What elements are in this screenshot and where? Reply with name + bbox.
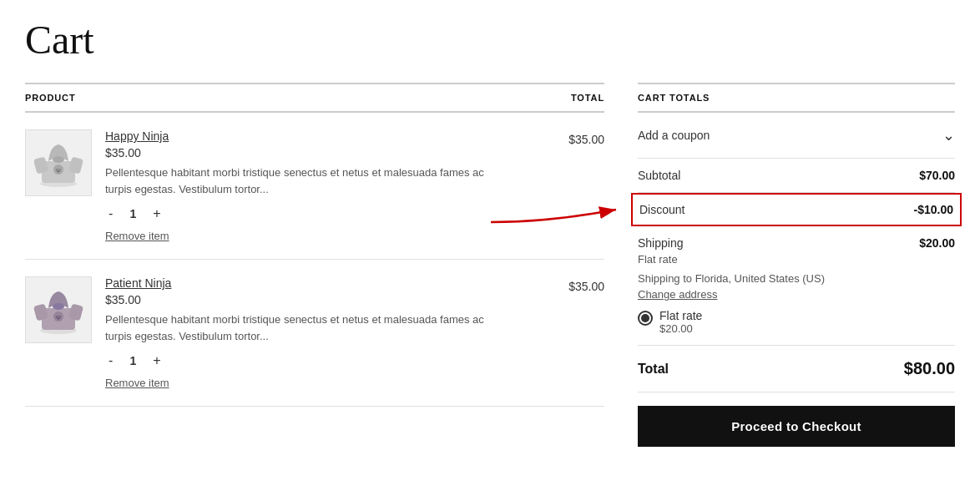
quantity-control: - 1 +	[105, 354, 508, 367]
item-name-link[interactable]: Patient Ninja	[105, 276, 171, 290]
svg-rect-3	[68, 156, 83, 174]
cart-layout: PRODUCT TOTAL	[25, 83, 955, 447]
item-price: $35.00	[105, 293, 508, 306]
change-address-link[interactable]: Change address	[638, 288, 955, 301]
subtotal-row: Subtotal $70.00	[638, 159, 955, 193]
chevron-down-icon: ⌄	[942, 126, 955, 144]
quantity-increase-button[interactable]: +	[149, 354, 164, 367]
discount-label: Discount	[639, 203, 684, 216]
flat-rate-price: $20.00	[659, 322, 702, 335]
coupon-row[interactable]: Add a coupon ⌄	[638, 113, 955, 159]
coupon-label: Add a coupon	[638, 129, 710, 142]
radio-selected-indicator	[641, 314, 649, 322]
item-image: Ψ	[25, 129, 92, 196]
flat-rate-details: Flat rate $20.00	[659, 309, 702, 335]
shipping-to-text: Shipping to Florida, United States (US)	[638, 272, 955, 285]
subtotal-value: $70.00	[919, 169, 955, 182]
flat-rate-label: Flat rate	[638, 253, 955, 266]
cart-table-header: PRODUCT TOTAL	[25, 83, 604, 113]
quantity-decrease-button[interactable]: -	[105, 354, 116, 367]
checkout-button[interactable]: Proceed to Checkout	[638, 406, 955, 447]
quantity-decrease-button[interactable]: -	[105, 207, 116, 220]
remove-item-link[interactable]: Remove item	[105, 377, 169, 389]
hoodie-illustration-2: Ψ	[33, 285, 83, 335]
page-title: Cart	[25, 17, 955, 63]
item-total: $35.00	[521, 276, 604, 293]
remove-item-link[interactable]: Remove item	[105, 230, 169, 242]
svg-rect-10	[68, 303, 83, 321]
cart-totals-panel: CART TOTALS Add a coupon ⌄ Subtotal $70.…	[638, 83, 955, 447]
shipping-label-row: Shipping $20.00	[638, 236, 955, 250]
shipping-section: Shipping $20.00 Flat rate Shipping to Fl…	[638, 226, 955, 346]
item-details: Patient Ninja $35.00 Pellentesque habita…	[105, 276, 508, 389]
total-row: Total $80.00	[638, 346, 955, 392]
cart-table: PRODUCT TOTAL	[25, 83, 604, 407]
item-name-link[interactable]: Happy Ninja	[105, 129, 169, 143]
total-column-header: TOTAL	[521, 93, 604, 103]
item-price: $35.00	[105, 146, 508, 159]
svg-rect-2	[33, 156, 48, 174]
svg-text:Ψ: Ψ	[56, 315, 61, 321]
item-total: $35.00	[521, 129, 604, 146]
svg-rect-9	[33, 303, 48, 321]
cart-totals-title: CART TOTALS	[638, 83, 955, 113]
discount-value: -$10.00	[914, 203, 953, 216]
total-value: $80.00	[904, 359, 955, 378]
svg-point-4	[53, 156, 64, 163]
svg-text:Ψ: Ψ	[56, 168, 61, 174]
shipping-value: $20.00	[919, 236, 955, 250]
item-description: Pellentesque habitant morbi tristique se…	[105, 311, 489, 344]
total-label: Total	[638, 362, 669, 377]
item-image: Ψ	[25, 276, 92, 343]
quantity-value: 1	[124, 354, 141, 367]
subtotal-label: Subtotal	[638, 169, 680, 182]
hoodie-illustration: Ψ	[33, 138, 83, 188]
item-details: Happy Ninja $35.00 Pellentesque habitant…	[105, 129, 508, 242]
svg-point-11	[53, 303, 64, 310]
flat-rate-radio[interactable]	[638, 311, 653, 326]
product-column-header: PRODUCT	[25, 93, 521, 103]
quantity-control: - 1 +	[105, 207, 508, 220]
shipping-label: Shipping	[638, 236, 684, 250]
cart-item: Ψ Happy Ninja $35.00 Pellentesque habita…	[25, 113, 604, 260]
discount-row: Discount -$10.00	[631, 193, 962, 226]
quantity-value: 1	[124, 207, 141, 220]
flat-rate-option[interactable]: Flat rate $20.00	[638, 309, 955, 335]
item-description: Pellentesque habitant morbi tristique se…	[105, 165, 489, 197]
flat-rate-text: Flat rate	[659, 309, 702, 322]
cart-page: Cart PRODUCT TOTAL	[0, 0, 980, 472]
quantity-increase-button[interactable]: +	[149, 207, 164, 220]
cart-item: Ψ Patient Ninja $35.00 Pellentesque habi…	[25, 260, 604, 407]
